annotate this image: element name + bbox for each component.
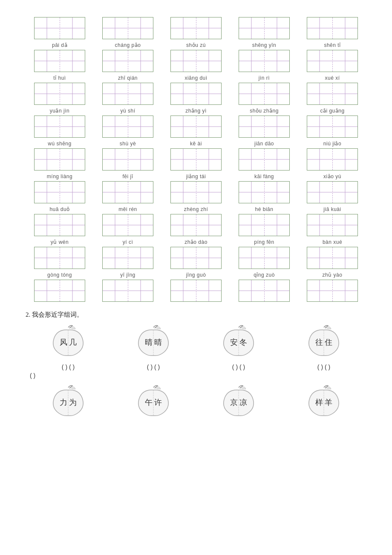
char-writing-grid[interactable]	[307, 247, 358, 269]
char-writing-grid[interactable]	[307, 116, 358, 138]
char-writing-grid[interactable]	[239, 280, 290, 302]
writing-grid-item: shù yè	[94, 116, 162, 147]
pinyin-label: gòng tóng	[47, 272, 72, 278]
writing-grid-item	[298, 280, 366, 305]
apple-char: 力	[60, 397, 67, 408]
char-writing-grid[interactable]	[102, 148, 153, 171]
pinyin-label: yí cì	[123, 239, 133, 245]
writing-grid-item: jiān dāo	[230, 116, 298, 147]
apple-item: 午许	[130, 383, 177, 419]
char-writing-grid[interactable]	[170, 247, 222, 269]
char-writing-grid[interactable]	[170, 116, 222, 138]
char-writing-grid[interactable]	[170, 214, 222, 236]
apple-char: 几	[69, 337, 77, 347]
writing-grid-item: niú jiǎo	[298, 116, 366, 147]
pinyin-label: jiān dāo	[254, 141, 274, 147]
char-writing-grid[interactable]	[239, 83, 290, 105]
char-writing-grid[interactable]	[34, 181, 85, 203]
apple-chars: 晴晴	[145, 337, 162, 347]
char-writing-grid[interactable]	[34, 83, 85, 105]
apple-char: 样	[315, 397, 323, 408]
char-writing-grid[interactable]	[239, 247, 290, 269]
apple-char: 为	[69, 397, 77, 408]
apple-char: 风	[60, 337, 67, 347]
char-writing-grid[interactable]	[239, 50, 290, 72]
char-writing-grid[interactable]	[239, 17, 290, 39]
char-writing-grid[interactable]	[170, 83, 222, 105]
apple-container: 往住	[300, 323, 347, 359]
char-writing-grid[interactable]	[239, 214, 290, 236]
char-writing-grid[interactable]	[307, 148, 358, 171]
char-writing-grid[interactable]	[102, 17, 153, 39]
apple-char: 午	[145, 397, 153, 408]
blank-group: ( ) ( )	[232, 364, 245, 370]
writing-grid-item: huā duǒ	[26, 181, 94, 212]
char-writing-grid[interactable]	[34, 214, 85, 236]
apple-char: 冬	[239, 337, 247, 347]
pinyin-label: zhèng zhí	[184, 206, 208, 212]
char-writing-grid[interactable]	[307, 17, 358, 39]
char-writing-grid[interactable]	[34, 247, 85, 269]
apple-char: 凉	[239, 397, 247, 408]
writing-grid-item: shǒu zhǎng	[230, 83, 298, 114]
char-writing-grid[interactable]	[102, 181, 153, 203]
char-writing-grid[interactable]	[102, 116, 153, 138]
blank-group: ( ) ( )	[317, 364, 330, 370]
char-writing-grid[interactable]	[34, 280, 85, 302]
apple-char: 许	[154, 397, 162, 408]
char-writing-grid[interactable]	[239, 116, 290, 138]
writing-grid-item: jīng guò	[162, 247, 230, 278]
apple-char: 往	[315, 337, 323, 347]
writing-grid-item: cǎi guǎng	[298, 83, 366, 114]
char-writing-grid[interactable]	[102, 83, 153, 105]
writing-grid-row	[26, 280, 366, 305]
pinyin-label: shǒu zhǎng	[250, 108, 279, 114]
char-writing-grid[interactable]	[307, 181, 358, 203]
apple-chars: 午许	[145, 397, 162, 408]
char-writing-grid[interactable]	[307, 214, 358, 236]
apple-chars: 京凉	[230, 397, 247, 408]
apple-char: 晴	[145, 337, 153, 347]
writing-grid-item: yī jīng	[94, 247, 162, 278]
char-writing-grid[interactable]	[34, 50, 85, 72]
char-writing-grid[interactable]	[34, 116, 85, 138]
writing-grid-item: yù shí	[94, 83, 162, 114]
pinyin-label: qǐng zuò	[254, 272, 275, 278]
char-writing-grid[interactable]	[307, 83, 358, 105]
writing-grid-row: tǐ huìzhī qiánxiāng duìjìn rìxué xí	[26, 50, 366, 81]
char-writing-grid[interactable]	[102, 50, 153, 72]
pinyin-label: shù yè	[120, 141, 136, 147]
char-writing-grid[interactable]	[34, 17, 85, 39]
writing-grid-row: míng liàngfēi jījiǎng táikāi fàngxiǎo yú	[26, 148, 366, 179]
pinyin-label: fēi jī	[122, 173, 133, 179]
char-writing-grid[interactable]	[170, 50, 222, 72]
writing-grid-item: yí cì	[94, 214, 162, 245]
char-writing-grid[interactable]	[170, 181, 222, 203]
char-writing-grid[interactable]	[102, 214, 153, 236]
apple-char: 安	[230, 337, 238, 347]
writing-grid-row: yuǎn jìnyù shízhǎng yìshǒu zhǎngcǎi guǎn…	[26, 83, 366, 114]
char-writing-grid[interactable]	[239, 181, 290, 203]
char-writing-grid[interactable]	[170, 17, 222, 39]
writing-grid-row: wú shēngshù yèkě àijiān dāoniú jiǎo	[26, 116, 366, 147]
apple-chars: 安冬	[230, 337, 247, 347]
char-writing-grid[interactable]	[102, 280, 153, 302]
pinyin-label: jiā kuài	[323, 206, 341, 212]
pinyin-label: shǒu zú	[186, 42, 206, 48]
apple-row: 力为午许京凉样羊	[26, 383, 366, 419]
char-writing-grid[interactable]	[34, 148, 85, 171]
apple-row: 风几晴晴安冬往住	[26, 323, 366, 359]
apple-char: 晴	[154, 337, 162, 347]
char-writing-grid[interactable]	[170, 280, 222, 302]
apple-container: 午许	[130, 383, 177, 419]
char-writing-grid[interactable]	[170, 148, 222, 171]
char-writing-grid[interactable]	[102, 247, 153, 269]
apple-container: 京凉	[215, 383, 262, 419]
char-writing-grid[interactable]	[307, 50, 358, 72]
apple-char: 羊	[325, 397, 332, 408]
char-writing-grid[interactable]	[239, 148, 290, 171]
writing-grid-item: yuǎn jìn	[26, 83, 94, 114]
char-writing-grid[interactable]	[307, 280, 358, 302]
blanks-row-1: ( ) ( )( ) ( )( ) ( )( ) ( )	[26, 364, 366, 370]
apple-chars: 力为	[60, 397, 77, 408]
